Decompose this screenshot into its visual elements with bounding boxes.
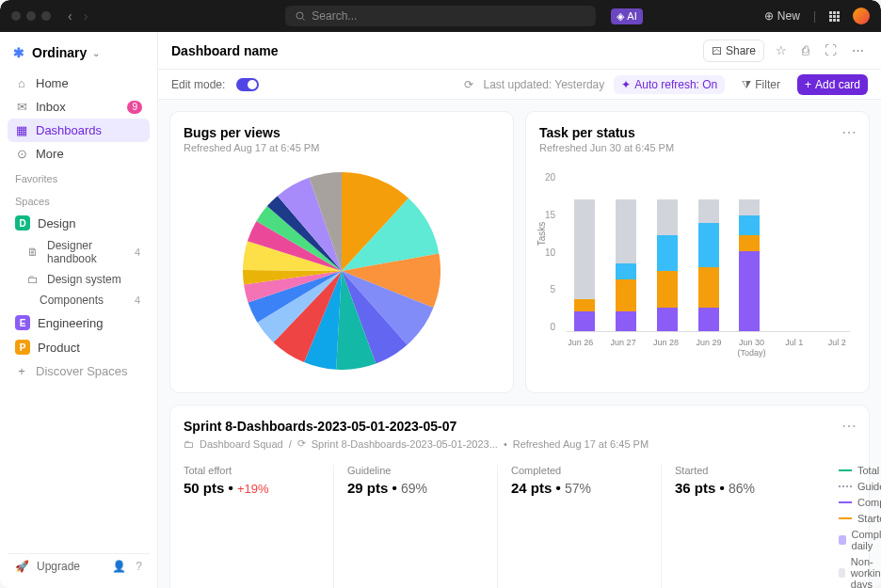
space-design[interactable]: DDesign (8, 211, 150, 235)
apps-icon[interactable] (829, 11, 840, 22)
svg-point-0 (296, 12, 303, 19)
favorites-label: Favorites (8, 166, 150, 188)
inbox-badge: 9 (127, 101, 142, 114)
search-placeholder: Search... (312, 9, 357, 23)
forward-button[interactable]: › (84, 8, 88, 24)
refresh-icon[interactable]: ⟳ (464, 78, 473, 91)
nav-more[interactable]: ⊙More (8, 142, 150, 166)
filter-icon: ⧩ (742, 78, 751, 91)
refreshed-label: Refreshed Aug 17 at 6:45 PM (513, 438, 649, 450)
stat-total: Total effort 50 pts • +19% (184, 465, 334, 588)
chevron-down-icon: ⌄ (92, 48, 100, 58)
more-icon: ⊙ (15, 147, 28, 161)
stats-row: Total effort 50 pts • +19% Guideline 29 … (184, 465, 856, 588)
nav-dashboards[interactable]: ▦Dashboards (8, 119, 150, 142)
inbox-icon: ✉ (15, 100, 28, 114)
breadcrumb: 🗀 Dashboard Squad/ ⟳ Sprint 8-Dashboards… (184, 437, 856, 450)
last-updated: Last updated: Yesterday (483, 78, 604, 91)
sidebar-item-components[interactable]: Components4 (8, 290, 150, 310)
avatar[interactable] (853, 8, 870, 24)
search-icon (295, 10, 306, 22)
space-badge: E (15, 315, 30, 330)
dashboard-icon: ▦ (15, 123, 28, 137)
upgrade-button[interactable]: Upgrade (37, 560, 80, 573)
page-header: Dashboard name ⮹Share ☆ ⎙ ⛶ ⋯ (158, 32, 881, 70)
search-input[interactable]: Search... (285, 6, 596, 26)
card-sprint: ⋯ Sprint 8-Dashboards-2023-05-01-2023-05… (169, 405, 870, 588)
spaces-label: Spaces (8, 188, 150, 211)
card-menu-icon[interactable]: ⋯ (841, 417, 857, 435)
kebab-icon[interactable]: ⋯ (848, 40, 868, 61)
nav-arrows: ‹ › (68, 8, 88, 24)
share-icon: ⮹ (712, 45, 722, 56)
pie-chart (243, 172, 440, 370)
sidebar-item-design-system[interactable]: 🗀Design system (8, 269, 150, 290)
expand-icon[interactable]: ⛶ (821, 40, 841, 61)
user-icon[interactable]: 👤 (112, 560, 126, 573)
nav-inbox[interactable]: ✉Inbox9 (8, 95, 150, 119)
card-task-per-status: ⋯ Task per status Refreshed Jun 30 at 6:… (525, 111, 870, 393)
y-axis-label: Tasks (537, 222, 547, 246)
crumb-squad[interactable]: Dashboard Squad (200, 438, 283, 450)
home-icon: ⌂ (15, 76, 28, 90)
upgrade-icon: 🚀 (15, 560, 29, 573)
auto-refresh-chip[interactable]: ✦Auto refresh: On (614, 75, 725, 94)
back-button[interactable]: ‹ (68, 8, 72, 24)
plus-icon: + (15, 364, 28, 378)
doc-icon: 🗎 (26, 246, 40, 259)
sprint-icon: ⟳ (297, 437, 306, 450)
window-controls[interactable] (11, 11, 51, 21)
workspace-logo-icon: ✱ (11, 45, 26, 60)
titlebar: ‹ › Search... ◈ AI ⊕ New | (0, 0, 881, 32)
card-bugs-per-views: Bugs per views Refreshed Aug 17 at 6:45 … (169, 111, 514, 393)
toolbar: Edit mode: ⟳ Last updated: Yesterday ✦Au… (158, 70, 881, 100)
bar-chart (567, 172, 850, 332)
stat-started: Started 36 pts • 86% (675, 465, 825, 588)
sidebar-item-handbook[interactable]: 🗎Designer handbook4 (8, 235, 150, 269)
folder-icon: 🗀 (26, 273, 40, 286)
dashboard-content: Bugs per views Refreshed Aug 17 at 6:45 … (158, 100, 881, 588)
filter-button[interactable]: ⧩Filter (734, 75, 788, 94)
card-title: Task per status (539, 125, 856, 140)
x-axis: Jun 26Jun 27Jun 28Jun 29Jun 30 (Today)Ju… (562, 338, 856, 358)
sidebar: ✱ Ordinary ⌄ ⌂Home ✉Inbox9 ▦Dashboards ⊙… (0, 32, 158, 588)
edit-mode-label: Edit mode: (171, 78, 225, 91)
star-icon[interactable]: ☆ (772, 40, 791, 61)
space-badge: P (15, 340, 30, 355)
stat-completed: Completed 24 pts • 57% (511, 465, 662, 588)
space-engineering[interactable]: EEngineering (8, 310, 150, 335)
sparkle-icon: ✦ (621, 78, 631, 91)
legend: Total effortGuidelineCompletedStartedCom… (839, 465, 881, 588)
nav-home[interactable]: ⌂Home (8, 72, 150, 95)
card-subtitle: Refreshed Aug 17 at 6:45 PM (184, 142, 500, 153)
workspace-switcher[interactable]: ✱ Ordinary ⌄ (8, 41, 150, 64)
print-icon[interactable]: ⎙ (798, 40, 813, 61)
folder-icon: 🗀 (184, 438, 194, 450)
edit-mode-toggle[interactable] (236, 78, 259, 91)
share-button[interactable]: ⮹Share (703, 40, 764, 62)
space-badge: D (15, 215, 30, 230)
crumb-sprint[interactable]: Sprint 8-Dashboards-2023-05-01-2023... (312, 438, 498, 450)
card-menu-icon[interactable]: ⋯ (841, 123, 857, 141)
main: Dashboard name ⮹Share ☆ ⎙ ⛶ ⋯ Edit mode:… (158, 32, 881, 588)
card-subtitle: Refreshed Jun 30 at 6:45 PM (539, 142, 856, 153)
help-icon[interactable]: ? (136, 560, 142, 573)
discover-spaces[interactable]: +Discover Spaces (8, 359, 150, 383)
card-title: Bugs per views (184, 125, 500, 140)
stat-guideline: Guideline 29 pts • 69% (347, 465, 498, 588)
add-card-button[interactable]: + Add card (797, 74, 868, 95)
card-title: Sprint 8-Dashboards-2023-05-01-2023-05-0… (184, 419, 856, 434)
space-product[interactable]: PProduct (8, 335, 150, 359)
ai-button[interactable]: ◈ AI (611, 8, 642, 24)
y-axis: 20151050 (545, 172, 559, 332)
page-title: Dashboard name (171, 43, 279, 58)
new-button[interactable]: ⊕ New (764, 9, 800, 23)
